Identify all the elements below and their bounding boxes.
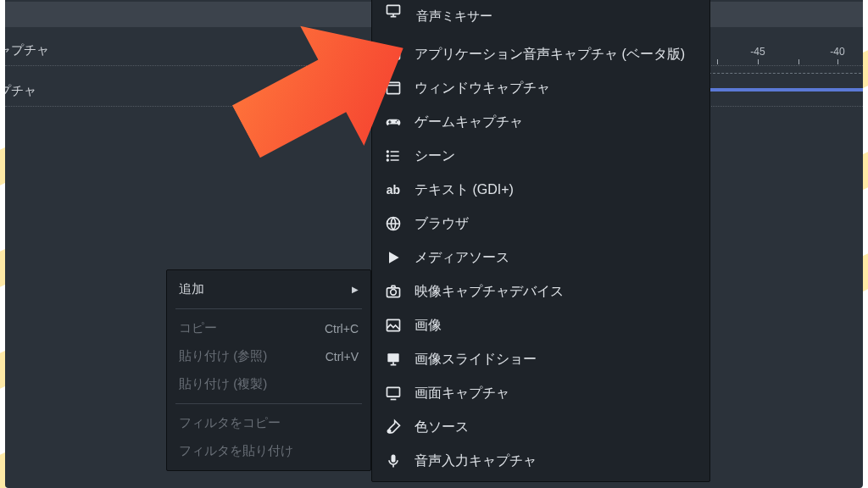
ruler-tick-label: -40 — [830, 46, 844, 58]
mic-icon — [384, 452, 403, 470]
svg-point-4 — [397, 120, 398, 122]
globe-icon — [384, 214, 403, 233]
svg-point-5 — [387, 151, 389, 152]
ruler-tick-label: -45 — [750, 46, 765, 58]
text-icon: ab — [384, 180, 403, 199]
sub-video-capture-label: 映像キャプチャデバイス — [415, 283, 564, 301]
ctx-paste-ref: 貼り付け (参照) Ctrl+V — [167, 342, 370, 370]
sub-color-label: 色ソース — [415, 419, 469, 436]
sub-browser-label: ブラウザ — [415, 215, 469, 233]
audio-level-bar — [709, 88, 863, 92]
sub-text[interactable]: ab テキスト (GDI+) — [372, 173, 709, 207]
add-source-submenu: 音声ミキサー アプリケーション音声キャプチャ (ベータ版) ウィンドウキャプチャ… — [371, 0, 710, 482]
image-icon — [384, 316, 403, 335]
ctx-copy-shortcut: Ctrl+C — [325, 322, 359, 336]
svg-point-6 — [387, 155, 389, 157]
sub-game-capture[interactable]: ゲームキャプチャ — [372, 105, 709, 139]
sub-media[interactable]: メディアソース — [372, 241, 709, 274]
svg-point-3 — [396, 121, 398, 123]
ctx-filter-copy-label: フィルタをコピー — [179, 415, 281, 431]
sub-audio-input[interactable]: 音声入力キャプチャ — [372, 444, 709, 478]
audio-ruler: -45 -40 — [709, 53, 863, 103]
source-row-label: ャプチャ — [5, 42, 49, 57]
ctx-filter-copy: フィルタをコピー — [167, 409, 370, 437]
mixer-tab-label: 音声ミキサー — [416, 8, 492, 25]
svg-point-14 — [387, 430, 392, 434]
slideshow-icon — [384, 350, 403, 369]
sub-scene-label: シーン — [415, 147, 455, 165]
ctx-filter-paste: フィルタを貼り付け — [167, 437, 370, 465]
list-icon — [384, 147, 403, 165]
ctx-add-label: 追加 — [179, 281, 204, 297]
monitor-icon — [384, 2, 403, 20]
ctx-paste-dup: 貼り付け (複製) — [167, 370, 370, 398]
sub-image-label: 画像 — [415, 317, 442, 335]
ctx-paste-dup-label: 貼り付け (複製) — [179, 376, 267, 392]
sub-display-capture[interactable]: 画面キャプチャ — [372, 376, 709, 410]
sub-game-capture-label: ゲームキャプチャ — [415, 114, 523, 131]
window-icon — [384, 79, 403, 97]
svg-rect-13 — [387, 387, 400, 396]
gamepad-icon — [384, 113, 403, 131]
ctx-paste-ref-shortcut: Ctrl+V — [326, 350, 359, 363]
sub-app-audio[interactable]: アプリケーション音声キャプチャ (ベータ版) — [372, 37, 709, 71]
sub-browser[interactable]: ブラウザ — [372, 207, 709, 241]
source-row-label: プチャ — [5, 83, 36, 97]
ctx-paste-ref-label: 貼り付け (参照) — [179, 348, 267, 364]
menu-separator — [175, 308, 362, 309]
display-icon — [384, 384, 403, 402]
sub-window-capture-label: ウィンドウキャプチャ — [415, 80, 550, 97]
sub-media-label: メディアソース — [415, 249, 509, 267]
sub-audio-input-label: 音声入力キャプチャ — [415, 452, 537, 470]
play-icon — [384, 248, 403, 267]
sub-text-label: テキスト (GDI+) — [415, 181, 514, 199]
ctx-add[interactable]: 追加 — [167, 275, 370, 303]
svg-point-7 — [387, 159, 389, 161]
svg-rect-2 — [387, 82, 400, 93]
camera-icon — [384, 282, 403, 301]
sub-display-capture-label: 画面キャプチャ — [415, 385, 509, 402]
ctx-copy-label: コピー — [179, 320, 217, 336]
sub-scene[interactable]: シーン — [372, 139, 709, 173]
ctx-filter-paste-label: フィルタを貼り付け — [179, 443, 293, 459]
sub-slideshow-label: 画像スライドショー — [415, 351, 537, 369]
sub-app-audio-label: アプリケーション音声キャプチャ (ベータ版) — [415, 46, 685, 64]
menu-separator — [175, 403, 362, 404]
sub-slideshow[interactable]: 画像スライドショー — [372, 342, 709, 376]
svg-point-10 — [391, 290, 397, 296]
brush-icon — [384, 418, 403, 436]
context-menu: 追加 コピー Ctrl+C 貼り付け (参照) Ctrl+V 貼り付け (複製)… — [166, 269, 371, 471]
obs-panel: ャプチャ プチャ -45 -40 追加 コピー Ctrl+C 貼り付け (参照)… — [5, 0, 863, 488]
app-audio-icon — [384, 45, 403, 64]
ctx-copy: コピー Ctrl+C — [167, 314, 370, 342]
sub-image[interactable]: 画像 — [372, 308, 709, 342]
sub-video-capture[interactable]: 映像キャプチャデバイス — [372, 274, 709, 308]
sub-window-capture[interactable]: ウィンドウキャプチャ — [372, 71, 709, 105]
svg-rect-15 — [392, 455, 396, 463]
svg-rect-12 — [387, 353, 398, 362]
sub-color[interactable]: 色ソース — [372, 410, 709, 444]
svg-rect-0 — [387, 5, 400, 14]
